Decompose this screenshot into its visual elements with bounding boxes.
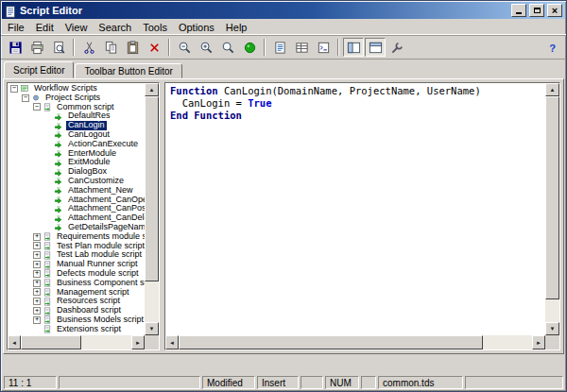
save-icon (9, 41, 23, 55)
tree-pane: −Workflow Scripts−Project Scripts−Common… (7, 82, 160, 350)
field-list-button[interactable] (269, 38, 290, 57)
editor-vertical-scrollbar[interactable]: ▲▼ (545, 83, 559, 335)
script-icon (43, 232, 53, 241)
scrollbar-thumb[interactable] (21, 335, 81, 349)
tab-toolbar-button-editor[interactable]: Toolbar Button Editor (75, 63, 181, 78)
scrollbar-track[interactable] (145, 96, 159, 322)
expand-icon[interactable]: + (33, 316, 41, 324)
scroll-up-icon[interactable]: ▲ (545, 83, 559, 96)
tree-item-extensions-script[interactable]: Extensions script (9, 325, 145, 334)
copy-button[interactable] (100, 38, 121, 57)
expand-icon[interactable]: + (33, 298, 41, 305)
code-line: CanLogin = True (170, 97, 541, 110)
collapse-icon[interactable]: − (22, 94, 29, 102)
scroll-left-icon[interactable]: ◄ (165, 335, 179, 349)
menu-options[interactable]: Options (173, 21, 220, 34)
code-complete-icon (317, 41, 331, 55)
paste-button[interactable] (122, 38, 143, 57)
code-line: End Function (170, 110, 541, 122)
script-icon (43, 269, 53, 278)
app-icon (5, 5, 17, 17)
toolbar-separator (168, 39, 170, 56)
menu-file[interactable]: File (2, 21, 30, 34)
properties-icon (390, 41, 404, 55)
print-preview-button[interactable] (48, 38, 69, 57)
delete-button[interactable] (144, 38, 164, 57)
event-arrow-icon (54, 168, 64, 177)
event-arrow-icon (54, 159, 64, 167)
save-button[interactable] (5, 38, 26, 57)
expand-icon[interactable]: + (33, 242, 41, 249)
expand-icon[interactable]: + (33, 233, 41, 241)
menu-view[interactable]: View (60, 21, 94, 34)
close-button[interactable] (547, 4, 562, 17)
collapse-icon[interactable]: − (10, 85, 18, 93)
expand-icon[interactable]: + (33, 270, 41, 278)
scrollbar-track[interactable] (21, 335, 131, 349)
event-arrow-icon (54, 223, 64, 231)
script-icon (43, 288, 53, 297)
maximize-button[interactable] (529, 4, 544, 17)
tree-horizontal-scrollbar[interactable]: ◄► (8, 335, 145, 349)
expand-icon[interactable]: + (33, 307, 41, 315)
toggle-editor-button[interactable] (365, 38, 386, 57)
script-icon (43, 325, 53, 333)
scroll-right-icon[interactable]: ► (532, 335, 545, 349)
cut-button[interactable] (78, 38, 99, 57)
project-folder-icon (31, 94, 42, 102)
collapse-icon[interactable]: − (33, 103, 41, 111)
menu-tools[interactable]: Tools (137, 21, 173, 34)
status-spacer-3 (465, 376, 563, 389)
scroll-down-icon[interactable]: ▼ (145, 322, 159, 335)
status-bar: 11 : 1ModifiedInsertNUMcommon.tds (1, 375, 566, 391)
status-spacer-2 (361, 376, 376, 389)
code-segment: Function (170, 85, 218, 96)
copy-icon (104, 41, 118, 55)
scrollbar-thumb[interactable] (545, 96, 559, 299)
zoom-out-button[interactable] (174, 38, 195, 57)
window-title: Script Editor (20, 5, 508, 16)
menu-search[interactable]: Search (93, 21, 137, 34)
toggle-tree-button[interactable] (343, 38, 364, 57)
toolbar: ? (1, 35, 566, 60)
expand-icon[interactable]: + (33, 288, 41, 296)
svg-text:?: ? (549, 42, 556, 53)
script-icon (43, 315, 53, 324)
scroll-left-icon[interactable]: ◄ (8, 335, 21, 349)
scrollbar-track[interactable] (545, 96, 559, 322)
zoom-in-button[interactable] (196, 38, 216, 57)
tab-script-editor[interactable]: Script Editor (4, 61, 74, 78)
menu-edit[interactable]: Edit (30, 21, 60, 34)
code-area[interactable]: Function CanLogin(DomainName, ProjectNam… (165, 83, 545, 335)
print-button[interactable] (26, 38, 47, 57)
script-editor-window: Script Editor FileEditViewSearchToolsOpt… (0, 0, 567, 392)
minimize-icon (516, 8, 522, 14)
scrollbar-thumb[interactable] (145, 96, 159, 281)
expand-icon[interactable]: + (33, 280, 41, 287)
minimize-button[interactable] (511, 4, 526, 17)
code-segment: CanLogin(DomainName, ProjectName, UserNa… (218, 85, 481, 96)
toolbar-buttons (5, 38, 407, 57)
script-tree: −Workflow Scripts−Project Scripts−Common… (8, 83, 145, 335)
event-arrow-icon (54, 122, 64, 130)
scroll-down-icon[interactable]: ▼ (545, 322, 559, 335)
syntax-check-button[interactable] (239, 38, 260, 57)
expand-icon[interactable]: + (33, 251, 41, 259)
find-button[interactable] (217, 38, 238, 57)
properties-button[interactable] (387, 38, 407, 57)
menu-help[interactable]: Help (220, 21, 253, 34)
scroll-right-icon[interactable]: ► (131, 335, 145, 349)
scrollbar-track[interactable] (179, 335, 532, 349)
help-button[interactable]: ? (541, 38, 562, 57)
scrollbar-thumb[interactable] (179, 335, 483, 349)
code-complete-button[interactable] (313, 38, 334, 57)
editor-scrollbar-corner (545, 335, 559, 349)
tree-vertical-scrollbar[interactable]: ▲▼ (145, 83, 159, 335)
event-arrow-icon (54, 140, 64, 148)
scroll-up-icon[interactable]: ▲ (145, 83, 159, 96)
editor-horizontal-scrollbar[interactable]: ◄► (165, 335, 545, 349)
expand-icon[interactable]: + (33, 261, 41, 268)
object-list-button[interactable] (291, 38, 312, 57)
event-arrow-icon (54, 130, 64, 139)
num-lock-indicator: NUM (325, 376, 359, 389)
